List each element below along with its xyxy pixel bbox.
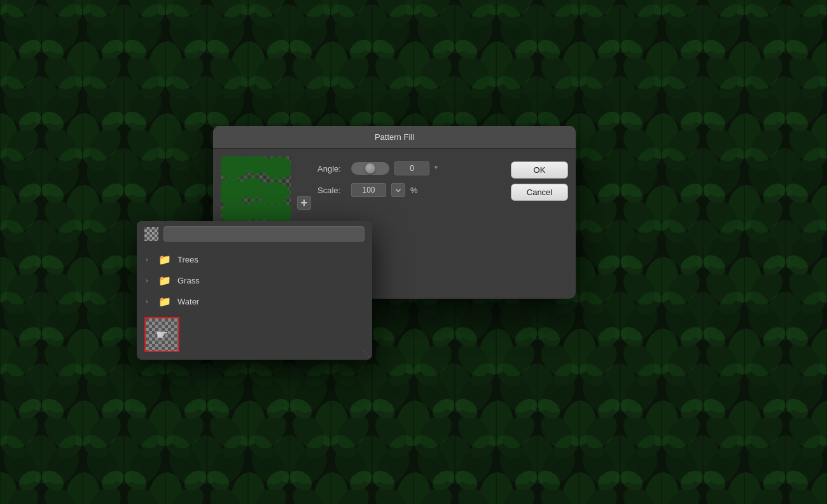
folder-list: › 📁 Trees › 📁 Grass › 📁 Water <box>137 247 372 315</box>
scale-row: Scale: % <box>317 183 503 197</box>
folder-icon: 📁 <box>158 254 171 266</box>
degree-symbol: ° <box>434 164 438 174</box>
picker-header <box>137 221 372 247</box>
angle-slider[interactable] <box>351 162 389 175</box>
cursor-hand-icon: ☛ <box>156 327 169 343</box>
angle-input[interactable] <box>394 161 429 175</box>
dialog-title: Pattern Fill <box>213 126 576 149</box>
resize-handle[interactable]: ⋱ <box>363 350 370 357</box>
chevron-right-icon: › <box>146 256 152 263</box>
ok-button[interactable]: OK <box>511 161 568 179</box>
folder-item-water[interactable]: › 📁 Water <box>137 291 372 312</box>
chevron-right-icon-2: › <box>146 277 152 284</box>
folder-icon-2: 📁 <box>158 275 171 287</box>
cancel-button[interactable]: Cancel <box>511 184 568 201</box>
folder-name-trees: Trees <box>177 255 198 264</box>
percent-symbol: % <box>410 186 418 195</box>
folder-name-grass: Grass <box>177 276 200 285</box>
pattern-picker-dialog: › 📁 Trees › 📁 Grass › 📁 Water ☛ ⋱ <box>137 221 372 360</box>
picker-search-bar[interactable] <box>163 226 365 242</box>
folder-item-trees[interactable]: › 📁 Trees <box>137 249 372 270</box>
scale-dropdown-button[interactable] <box>391 183 405 197</box>
folder-icon-3: 📁 <box>158 296 171 308</box>
selected-pattern-item[interactable]: ☛ <box>144 317 179 352</box>
selected-pattern-preview: ☛ <box>146 318 178 351</box>
angle-row: Angle: ° <box>317 161 503 175</box>
folder-item-grass[interactable]: › 📁 Grass <box>137 270 372 291</box>
add-pattern-button[interactable] <box>297 196 311 210</box>
folder-name-water: Water <box>177 297 199 306</box>
chevron-right-icon-3: › <box>146 298 152 305</box>
pattern-preview <box>221 156 291 226</box>
dialog-buttons: OK Cancel <box>511 156 568 249</box>
checkerboard-icon <box>144 227 158 241</box>
angle-label: Angle: <box>317 164 346 174</box>
angle-slider-thumb <box>365 163 375 174</box>
scale-label: Scale: <box>317 186 346 195</box>
scale-input[interactable] <box>351 183 386 197</box>
